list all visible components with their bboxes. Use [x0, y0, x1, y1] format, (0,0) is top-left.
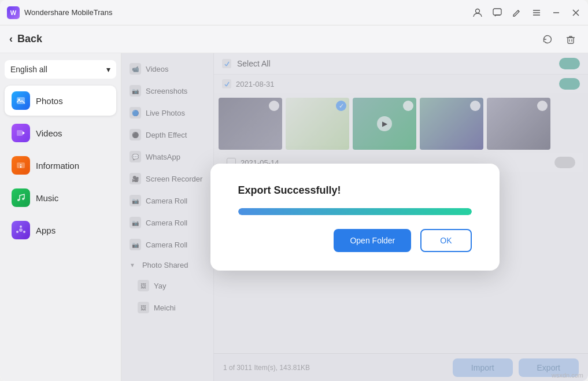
sidebar-item-photos[interactable]: Photos	[5, 86, 116, 116]
right-panel: 📹 Videos 📷 Screenshots 🔵 Live Photos ⚫ D…	[121, 53, 588, 381]
svg-point-18	[17, 199, 20, 201]
sidebar: English all ▾ Photos Videos Informat	[0, 53, 121, 381]
apps-icon	[12, 221, 30, 239]
svg-rect-11	[17, 97, 25, 104]
svg-rect-13	[17, 130, 23, 136]
back-button[interactable]: ‹ Back	[9, 33, 42, 45]
top-bar-actions	[539, 31, 579, 47]
svg-rect-1	[493, 9, 501, 15]
account-icon[interactable]	[472, 8, 483, 18]
progress-bar-fill	[238, 208, 472, 215]
dropdown-arrow-icon: ▾	[106, 65, 110, 74]
app-logo: W	[7, 6, 20, 19]
svg-rect-8	[568, 38, 574, 43]
modal-overlay: Export Successfully! Open Folder OK	[121, 53, 588, 381]
sidebar-item-videos-label: Videos	[36, 128, 62, 138]
close-icon[interactable]	[571, 8, 581, 18]
edit-icon[interactable]	[512, 8, 522, 18]
sidebar-item-music[interactable]: Music	[5, 183, 116, 213]
svg-point-23	[16, 231, 19, 233]
minimize-icon[interactable]	[551, 8, 561, 18]
svg-point-19	[22, 198, 24, 200]
back-arrow-icon: ‹	[9, 33, 13, 45]
sidebar-item-music-label: Music	[36, 193, 58, 203]
modal-title: Export Successfully!	[238, 184, 341, 197]
delete-icon[interactable]	[563, 31, 579, 47]
photos-icon	[12, 91, 30, 110]
title-bar: W Wondershare MobileTrans	[0, 0, 588, 25]
sidebar-item-apps[interactable]: Apps	[5, 215, 116, 245]
sidebar-item-information[interactable]: Information	[5, 150, 116, 180]
sidebar-item-apps-label: Apps	[36, 225, 56, 235]
progress-bar-container	[238, 208, 472, 215]
title-bar-controls	[472, 8, 581, 18]
information-icon	[12, 156, 30, 175]
videos-icon	[12, 124, 30, 142]
svg-point-20	[19, 228, 23, 232]
svg-point-16	[20, 164, 21, 165]
export-success-modal: Export Successfully! Open Folder OK	[210, 164, 500, 271]
open-folder-button[interactable]: Open Folder	[334, 229, 411, 252]
sidebar-item-photos-label: Photos	[36, 96, 63, 106]
modal-buttons: Open Folder OK	[334, 229, 471, 252]
sidebar-item-videos[interactable]: Videos	[5, 118, 116, 148]
app-title: Wondershare MobileTrans	[24, 8, 472, 17]
language-dropdown[interactable]: English all ▾	[5, 60, 116, 79]
top-bar: ‹ Back	[0, 25, 588, 53]
svg-point-22	[23, 231, 25, 233]
refresh-icon[interactable]	[539, 31, 556, 47]
menu-icon[interactable]	[531, 8, 542, 18]
svg-rect-17	[20, 166, 21, 168]
language-label: English all	[10, 65, 47, 74]
main-content: English all ▾ Photos Videos Informat	[0, 53, 588, 381]
app-window: W Wondershare MobileTrans	[0, 0, 588, 381]
svg-point-21	[20, 225, 22, 228]
music-icon	[12, 188, 30, 207]
svg-marker-14	[23, 131, 25, 135]
sidebar-item-information-label: Information	[36, 161, 79, 171]
svg-point-0	[476, 9, 480, 13]
back-label: Back	[17, 33, 42, 45]
ok-button[interactable]: OK	[420, 229, 471, 252]
chat-icon[interactable]	[492, 8, 502, 18]
